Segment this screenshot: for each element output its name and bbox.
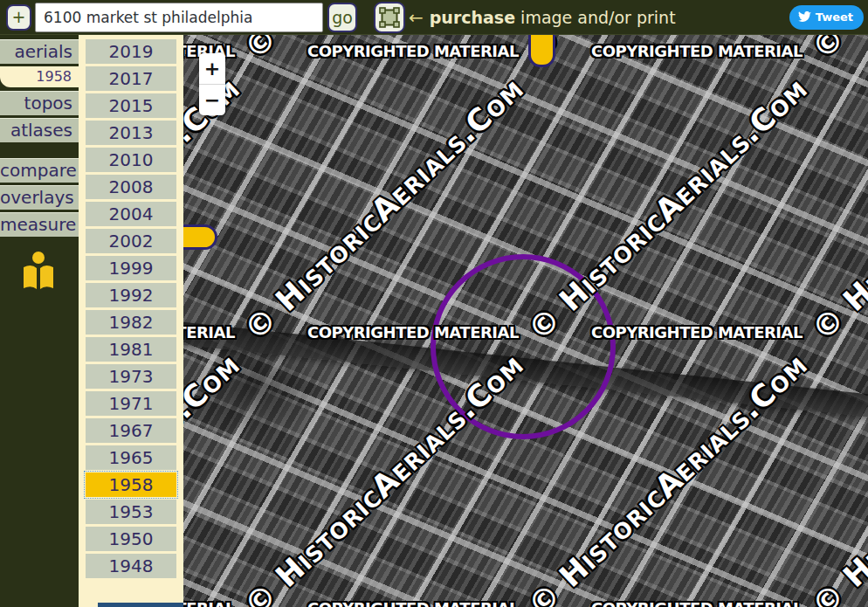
year-list: 2019201720152013201020082004200219991992… [79,35,183,578]
sidebar-tool-measure[interactable]: measure [0,212,79,237]
year-item-1992[interactable]: 1992 [86,283,176,307]
purchase-region-button[interactable] [374,2,405,33]
year-item-1965[interactable]: 1965 [86,445,176,470]
zoom-in-button[interactable]: + [199,53,225,85]
left-arrow-icon: ← [409,7,424,28]
year-item-2008[interactable]: 2008 [86,175,176,199]
year-column: 2019201720152013201020082004200219991992… [79,35,183,607]
map-zoom-control: + − [199,53,225,115]
year-item-2013[interactable]: 2013 [86,121,176,145]
sidebar-tab-aerials[interactable]: aerials [0,39,79,64]
select-region-icon [379,7,400,28]
tweet-button[interactable]: Tweet [789,5,864,30]
historicaerials-app: + go ←purchase image and/or print [0,0,868,607]
purchase-hint-rest: image and/or print [515,8,676,27]
map-marker-top[interactable] [528,35,555,67]
open-book-icon [21,251,56,291]
year-item-1982[interactable]: 1982 [86,310,176,335]
twitter-bird-icon [798,11,811,23]
sidebar-divider [0,145,79,158]
year-item-1953[interactable]: 1953 [86,500,176,524]
year-item-2010[interactable]: 2010 [86,148,176,172]
sidebar: aerials 1958 topos atlases compare overl… [0,35,79,607]
year-item-1958[interactable]: 1958 [86,472,176,497]
sidebar-tool-overlays[interactable]: overlays [0,185,79,210]
year-item-2019[interactable]: 2019 [86,39,176,64]
sidebar-tool-compare[interactable]: compare [0,158,79,183]
sidebar-tab-atlases[interactable]: atlases [0,118,79,142]
top-bar: + go ←purchase image and/or print [0,0,868,35]
go-button[interactable]: go [327,3,357,32]
year-item-1971[interactable]: 1971 [86,391,176,416]
atlas-book-button[interactable] [0,251,79,294]
map-dark-area [190,336,321,437]
sidebar-tab-topos[interactable]: topos [0,91,79,115]
zoom-out-button[interactable]: − [199,85,225,115]
year-item-2015[interactable]: 2015 [86,93,176,118]
year-item-2002[interactable]: 2002 [86,229,176,253]
year-item-1967[interactable]: 1967 [86,418,176,443]
tweet-button-label: Tweet [816,10,853,24]
year-item-1948[interactable]: 1948 [86,554,176,578]
year-item-2017[interactable]: 2017 [86,66,176,91]
purchase-hint-label: ←purchase image and/or print [409,7,676,28]
year-item-1950[interactable]: 1950 [86,527,176,551]
year-item-1981[interactable]: 1981 [86,337,176,362]
year-item-1973[interactable]: 1973 [86,364,176,389]
sidebar-active-year[interactable]: 1958 [0,66,79,87]
year-item-1999[interactable]: 1999 [86,256,176,280]
year-item-2004[interactable]: 2004 [86,202,176,226]
purchase-hint-emphasis: purchase [430,8,515,27]
map-viewport[interactable]: COPYRIGHTED MATERIAL© HistoricAerials.Co… [183,35,868,607]
plus-button[interactable]: + [6,4,31,31]
search-result-circle [431,254,616,439]
search-input[interactable] [35,3,323,32]
year-list-overflow[interactable] [98,603,183,607]
map-marker-left[interactable] [183,224,217,250]
